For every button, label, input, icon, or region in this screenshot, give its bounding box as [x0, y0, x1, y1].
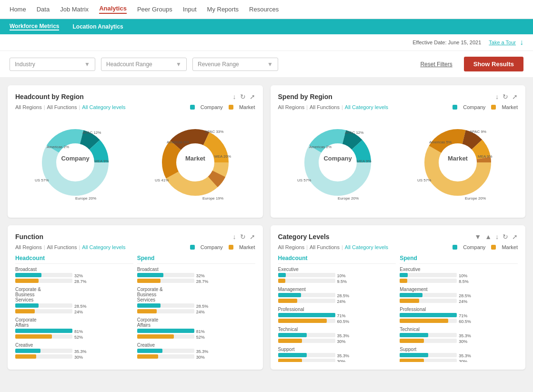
spend-filter-all-category-levels[interactable]: All Category levels — [345, 104, 388, 110]
list-item: Broadcast 32% 28.7% — [15, 267, 131, 284]
refresh-function-icon[interactable]: ↻ — [240, 233, 246, 241]
svg-text:MEA 9%: MEA 9% — [478, 154, 493, 159]
list-item: Broadcast 32% 28.7% — [137, 267, 253, 284]
download-spend-icon[interactable]: ↓ — [495, 93, 499, 101]
header-bar: Effective Date: June 15, 2021 Take a Tou… — [0, 34, 533, 51]
revenue-chevron-icon: ▼ — [267, 61, 273, 68]
category-spend-bars[interactable]: Executive 10% 8.5% — [400, 267, 518, 362]
industry-chevron-icon: ▼ — [84, 61, 90, 68]
cat-filter-all-category-levels[interactable]: All Category levels — [345, 244, 388, 250]
arrow-down-circle-icon[interactable]: ▼ — [474, 233, 481, 241]
list-item: Management 28.5% 24% — [278, 287, 394, 304]
function-legend: Company Market — [190, 244, 255, 250]
svg-text:APAC 9%: APAC 9% — [470, 130, 486, 134]
category-headcount-bars[interactable]: Executive 10% 9.5% — [278, 267, 396, 362]
nav-home[interactable]: Home — [10, 6, 26, 13]
category-levels-actions: ▼ ▲ ↓ ↻ ➚ — [474, 233, 518, 241]
headcount-by-region-actions: ↓ ↻ ➚ — [233, 93, 255, 101]
refresh-chart-icon[interactable]: ↻ — [240, 93, 246, 101]
list-item: Corporate &BusinessServices 28.5% 24% — [137, 287, 253, 314]
expand-function-icon[interactable]: ➚ — [250, 233, 255, 241]
effective-date-label: Effective Date: June 15, 2021 — [412, 40, 481, 45]
spend-company-svg: Company Americas 2% APAC 12% MEA 9% Euro… — [295, 120, 381, 205]
revenue-filter-label: Revenue Range — [198, 61, 239, 68]
spend-company-legend-dot — [453, 105, 457, 110]
function-headcount-bars[interactable]: Broadcast 32% 28.7% — [15, 267, 133, 362]
spend-company-donut: Company Americas 2% APAC 12% MEA 9% Euro… — [295, 120, 381, 205]
nav-data[interactable]: Data — [37, 6, 50, 13]
filter-all-functions[interactable]: All Functions — [47, 104, 77, 110]
arrow-up-circle-icon[interactable]: ▲ — [485, 233, 492, 241]
nav-resources[interactable]: Resources — [249, 6, 279, 13]
list-item: Creative 35.3% 30% — [137, 342, 253, 360]
nav-input[interactable]: Input — [183, 6, 197, 13]
industry-filter-label: Industry — [15, 61, 35, 68]
function-spend-bars[interactable]: Broadcast 32% 28.7% — [137, 267, 255, 362]
category-spend-col: Spend Executive 10% 8.5% — [400, 255, 518, 362]
list-item: CorporateAffairs 81% 52% — [137, 317, 253, 340]
nav-job-matrix[interactable]: Job Matrix — [60, 6, 89, 13]
company-legend-dot — [190, 105, 195, 110]
nav-peer-groups[interactable]: Peer Groups — [137, 6, 172, 13]
svg-text:Market: Market — [448, 155, 468, 162]
take-a-tour-link[interactable]: Take a Tour — [489, 40, 516, 45]
expand-category-icon[interactable]: ➚ — [512, 233, 518, 241]
func-filter-all-category-levels[interactable]: All Category levels — [82, 244, 125, 250]
headcount-market-donut: Market Americas 6% APAC 33% MEA 20% Euro… — [152, 120, 238, 205]
cat-market-dot — [491, 245, 496, 250]
spend-filter-all-regions[interactable]: All Regions — [278, 104, 305, 110]
svg-text:Company: Company — [324, 155, 352, 162]
category-headcount-col: Headcount Executive 10% 9.5% — [278, 255, 396, 362]
cat-filter-all-functions[interactable]: All Functions — [310, 244, 340, 250]
subnav-workforce-metrics[interactable]: Workforce Metrics — [10, 23, 59, 30]
svg-text:US 57%: US 57% — [35, 178, 49, 182]
download-icon[interactable]: ↓ — [520, 38, 523, 47]
function-headcount-col: Headcount Broadcast 32% 28.7% — [15, 255, 133, 362]
category-levels-card: Category Levels ▼ ▲ ↓ ↻ ➚ All Regions | … — [271, 225, 526, 370]
spend-by-region-title: Spend by Region — [278, 93, 332, 101]
svg-text:Market: Market — [185, 155, 206, 162]
industry-filter[interactable]: Industry ▼ — [10, 58, 95, 71]
func-filter-all-regions[interactable]: All Regions — [15, 244, 42, 250]
filter-all-category-levels[interactable]: All Category levels — [82, 104, 125, 110]
list-item: Support 35.3% 30% — [278, 347, 394, 362]
list-item: Management 28.5% 24% — [400, 287, 516, 304]
refresh-category-icon[interactable]: ↻ — [503, 233, 508, 241]
category-legend: Company Market — [453, 244, 518, 250]
headcount-market-svg: Market Americas 6% APAC 33% MEA 20% Euro… — [152, 120, 238, 205]
svg-text:US 57%: US 57% — [417, 178, 431, 182]
reset-filters-button[interactable]: Reset Filters — [420, 61, 452, 68]
svg-text:APAC 33%: APAC 33% — [205, 130, 223, 134]
cat-filter-all-regions[interactable]: All Regions — [278, 244, 305, 250]
download-category-icon[interactable]: ↓ — [495, 233, 499, 241]
list-item: Support 35.3% 30% — [400, 347, 516, 362]
func-filter-all-functions[interactable]: All Functions — [47, 244, 77, 250]
svg-text:Europe 19%: Europe 19% — [202, 196, 223, 201]
category-levels-title: Category Levels — [278, 233, 330, 241]
revenue-filter[interactable]: Revenue Range ▼ — [192, 58, 278, 71]
expand-spend-icon[interactable]: ➚ — [512, 93, 518, 101]
spend-company-legend-label: Company — [463, 104, 485, 110]
headcount-by-region-card: Headcount by Region ↓ ↻ ➚ All Regions | … — [8, 85, 263, 218]
show-results-button[interactable]: Show Results — [464, 57, 523, 71]
subnav-location-analytics[interactable]: Location Analytics — [72, 23, 123, 30]
nav-my-reports[interactable]: My Reports — [207, 6, 239, 13]
cat-company-label: Company — [463, 244, 485, 250]
svg-text:MEA 9%: MEA 9% — [94, 159, 109, 163]
download-chart-icon[interactable]: ↓ — [233, 93, 236, 101]
spend-market-legend-label: Market — [502, 104, 518, 110]
refresh-spend-icon[interactable]: ↻ — [503, 93, 508, 101]
nav-analytics[interactable]: Analytics — [99, 5, 127, 14]
headcount-filter[interactable]: Headcount Range ▼ — [101, 58, 187, 71]
list-item: Professional 71% 60.5% — [278, 307, 394, 324]
headcount-company-svg: Company Americas 2% APAC 12% MEA 9% Euro… — [32, 120, 118, 205]
function-actions: ↓ ↻ ➚ — [233, 233, 255, 241]
func-company-dot — [190, 245, 195, 250]
expand-chart-icon[interactable]: ➚ — [250, 93, 255, 101]
spend-filter-all-functions[interactable]: All Functions — [310, 104, 340, 110]
svg-text:US 57%: US 57% — [297, 178, 311, 182]
func-market-label: Market — [239, 244, 255, 250]
filter-all-regions[interactable]: All Regions — [15, 104, 42, 110]
download-function-icon[interactable]: ↓ — [233, 233, 236, 241]
market-legend-label: Market — [239, 104, 255, 110]
